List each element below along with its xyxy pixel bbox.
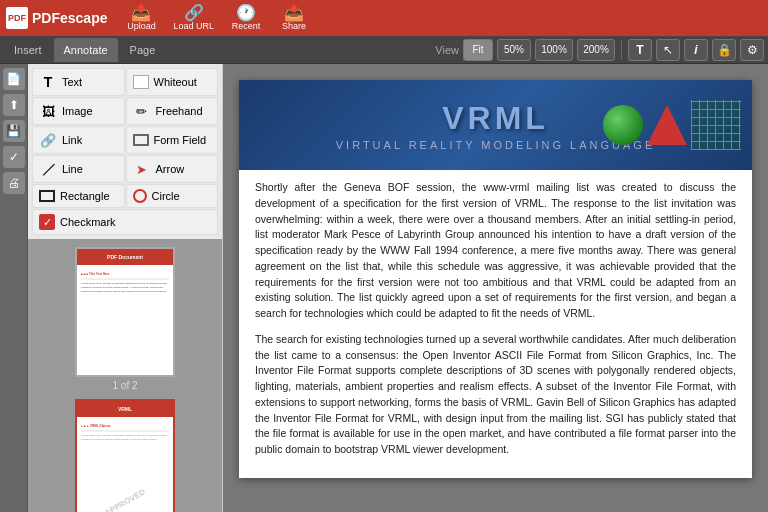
recent-button[interactable]: 🕐 Recent bbox=[224, 2, 268, 34]
text-tool-icon: T bbox=[39, 73, 57, 91]
zoom-200-button[interactable]: 200% bbox=[577, 39, 615, 61]
thumbnails-panel: PDF Document ■ ■ ■ Title Text Here Lorem… bbox=[28, 239, 222, 512]
whiteout-label: Whiteout bbox=[154, 76, 197, 88]
paragraph-2: The search for existing technologies tur… bbox=[255, 332, 736, 458]
checkmark-label: Checkmark bbox=[60, 216, 116, 228]
settings-icon[interactable]: ⚙ bbox=[740, 39, 764, 61]
new-doc-icon[interactable]: 📄 bbox=[3, 68, 25, 90]
zoom-50-button[interactable]: 50% bbox=[497, 39, 531, 61]
recent-icon: 🕐 bbox=[236, 5, 256, 21]
rectangle-tool[interactable]: Rectangle bbox=[32, 184, 125, 208]
pdf-icon: PDF bbox=[6, 7, 28, 29]
cone-shape bbox=[647, 105, 687, 145]
tab-page[interactable]: Page bbox=[120, 38, 166, 62]
link-label: Link bbox=[62, 134, 82, 146]
circle-icon bbox=[133, 189, 147, 203]
topbar: PDF PDFescape 📤 Upload 🔗 Load URL 🕐 Rece… bbox=[0, 0, 768, 36]
whiteout-icon bbox=[133, 75, 149, 89]
line-icon: — bbox=[35, 156, 60, 181]
document-header: VRML VIRTUAL REALITY MODELING LANGUAGE bbox=[239, 80, 752, 170]
thumbnail-1[interactable]: PDF Document ■ ■ ■ Title Text Here Lorem… bbox=[75, 247, 175, 391]
arrow-tool[interactable]: ➤ Arrow bbox=[126, 155, 219, 183]
save-icon[interactable]: 💾 bbox=[3, 120, 25, 142]
tab-insert[interactable]: Insert bbox=[4, 38, 52, 62]
toolbar2: Insert Annotate Page View Fit 50% 100% 2… bbox=[0, 36, 768, 64]
tab-annotate[interactable]: Annotate bbox=[54, 38, 118, 62]
image-label: Image bbox=[62, 105, 93, 117]
thumbnail-2[interactable]: VRML ● ■ ▲ VRML Objects Lorem ipsum dolo… bbox=[75, 399, 175, 512]
app-name: PDFescape bbox=[32, 10, 107, 26]
checkmark-icon: ✓ bbox=[39, 214, 55, 230]
paragraph-1: Shortly after the Geneva BOF session, th… bbox=[255, 180, 736, 322]
document-viewer[interactable]: VRML VIRTUAL REALITY MODELING LANGUAGE S… bbox=[223, 64, 768, 512]
info-icon[interactable]: i bbox=[684, 39, 708, 61]
upload-label: Upload bbox=[127, 21, 156, 31]
arrow-icon: ➤ bbox=[133, 160, 151, 178]
tools-grid: T Text Whiteout 🖼 Image ✏ Freehand 🔗 Lin… bbox=[28, 64, 222, 239]
upload-doc-icon[interactable]: ⬆ bbox=[3, 94, 25, 116]
freehand-label: Freehand bbox=[156, 105, 203, 117]
circle-label: Circle bbox=[152, 190, 180, 202]
rectangle-icon bbox=[39, 190, 55, 202]
load-url-button[interactable]: 🔗 Load URL bbox=[167, 2, 220, 34]
check-icon[interactable]: ✓ bbox=[3, 146, 25, 168]
load-url-label: Load URL bbox=[173, 21, 214, 31]
cursor-icon[interactable]: ↖ bbox=[656, 39, 680, 61]
upload-button[interactable]: 📤 Upload bbox=[119, 2, 163, 34]
share-icon: 📤 bbox=[284, 5, 304, 21]
thumb-1-label: 1 of 2 bbox=[112, 380, 137, 391]
form-field-tool[interactable]: Form Field bbox=[126, 126, 219, 154]
vrml-title: VRML bbox=[442, 100, 549, 137]
link-icon: 🔗 bbox=[39, 131, 57, 149]
checkmark-tool[interactable]: ✓ Checkmark bbox=[32, 209, 218, 235]
image-tool[interactable]: 🖼 Image bbox=[32, 97, 125, 125]
tools-panel: T Text Whiteout 🖼 Image ✏ Freehand 🔗 Lin… bbox=[28, 64, 223, 512]
image-icon: 🖼 bbox=[39, 102, 57, 120]
arrow-label: Arrow bbox=[156, 163, 185, 175]
text-tool[interactable]: T Text bbox=[32, 68, 125, 96]
fit-button[interactable]: Fit bbox=[463, 39, 493, 61]
print-icon[interactable]: 🖨 bbox=[3, 172, 25, 194]
grid-shape bbox=[691, 100, 741, 150]
document-body: Shortly after the Geneva BOF session, th… bbox=[239, 170, 752, 478]
text-tool-label: Text bbox=[62, 76, 82, 88]
share-label: Share bbox=[282, 21, 306, 31]
freehand-icon: ✏ bbox=[133, 102, 151, 120]
link-tool[interactable]: 🔗 Link bbox=[32, 126, 125, 154]
circle-tool[interactable]: Circle bbox=[126, 184, 219, 208]
main-area: 📄 ⬆ 💾 ✓ 🖨 T Text Whiteout 🖼 Image ✏ Free… bbox=[0, 64, 768, 512]
freehand-tool[interactable]: ✏ Freehand bbox=[126, 97, 219, 125]
form-field-label: Form Field bbox=[154, 134, 207, 146]
zoom-100-button[interactable]: 100% bbox=[535, 39, 573, 61]
upload-icon: 📤 bbox=[131, 5, 151, 21]
text-tool-icon[interactable]: T bbox=[628, 39, 652, 61]
lock-icon[interactable]: 🔒 bbox=[712, 39, 736, 61]
sphere-shape bbox=[603, 105, 643, 145]
line-tool[interactable]: — Line bbox=[32, 155, 125, 183]
thumb-page-2[interactable]: VRML ● ■ ▲ VRML Objects Lorem ipsum dolo… bbox=[75, 399, 175, 512]
header-shapes bbox=[592, 80, 752, 170]
left-sidebar-icons: 📄 ⬆ 💾 ✓ 🖨 bbox=[0, 64, 28, 512]
share-button[interactable]: 📤 Share bbox=[272, 2, 316, 34]
recent-label: Recent bbox=[232, 21, 261, 31]
line-label: Line bbox=[62, 163, 83, 175]
document-page: VRML VIRTUAL REALITY MODELING LANGUAGE S… bbox=[239, 80, 752, 478]
load-url-icon: 🔗 bbox=[184, 5, 204, 21]
thumb-page-1[interactable]: PDF Document ■ ■ ■ Title Text Here Lorem… bbox=[75, 247, 175, 377]
rectangle-label: Rectangle bbox=[60, 190, 110, 202]
view-label: View bbox=[435, 44, 459, 56]
form-field-icon bbox=[133, 134, 149, 146]
whiteout-tool[interactable]: Whiteout bbox=[126, 68, 219, 96]
app-logo: PDF PDFescape bbox=[6, 7, 107, 29]
